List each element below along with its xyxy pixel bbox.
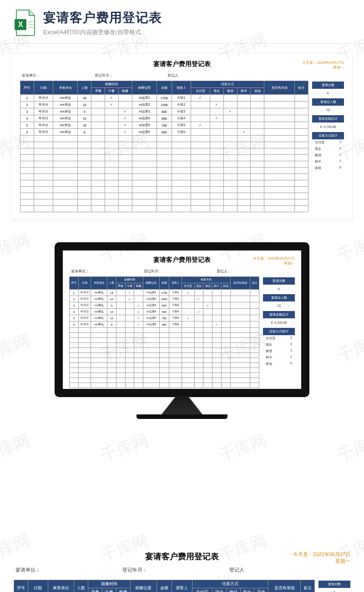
today-info: 今天是：2022年06月27日 星期一	[253, 256, 295, 266]
table-row-empty	[70, 333, 259, 338]
side-stat-row: 其他0	[263, 361, 295, 367]
side-stat-row: 微信1	[263, 348, 295, 354]
th-breakfast: 早餐	[91, 88, 105, 95]
th-host: 请客人	[172, 81, 191, 95]
table-row: 2年月日xxx单位10✓xx位置21500干部2✓	[20, 102, 308, 108]
table-row-empty	[70, 353, 259, 358]
expense-table: 序号 日期 来客单位 人数 就餐时间 就餐位置 金额 请客人 结算方式 是否有单…	[69, 276, 259, 388]
side-count-label: 宴请次数	[318, 581, 350, 588]
side-stats-label: 结算方式统计	[263, 328, 295, 335]
th-breakfast: 早餐	[88, 588, 102, 592]
th-wechat: 微信	[203, 283, 212, 290]
table-row-empty	[20, 187, 308, 193]
meta-recorder: 登记人	[229, 566, 244, 573]
table-row-empty	[70, 383, 259, 388]
th-people: 人数	[78, 81, 91, 95]
table-row: 5年月日xxx单位10✓xx位置5780干部5✓	[20, 122, 308, 129]
table-row-empty	[20, 180, 308, 187]
side-count-value: 6	[263, 285, 295, 293]
th-has-bill: 是否有单据	[264, 81, 295, 95]
th-seq: 序号	[14, 580, 28, 592]
monitor-stand	[162, 396, 202, 414]
th-pay-method: 结算方式	[192, 580, 268, 588]
th-card: 刷卡	[240, 588, 254, 592]
table-row: 4年月日xxx单位15✓xx位置4900干部4✓	[70, 309, 259, 315]
expense-table: 序号 日期 来客单位 人数 就餐时间 就餐位置 金额 请客人 结算方式 是否有单…	[20, 81, 308, 212]
th-remark: 备注	[250, 277, 259, 290]
summary-sidebar: 宴请次数 6 宴请总人数 70 宴请金额总计 ¥ 6,740.00 结算方式统计…	[312, 81, 344, 212]
table-row-empty	[20, 206, 308, 212]
page-title: 宴请客户费用登记表	[43, 9, 162, 26]
table-row-empty	[70, 343, 259, 348]
th-remark: 备注	[300, 580, 314, 592]
table-row-empty	[20, 199, 308, 206]
meta-unit: 宴请单位：	[71, 269, 89, 274]
table-row: 4年月日xxx单位15✓xx位置4900干部4✓	[20, 115, 308, 122]
th-people: 人数	[74, 580, 88, 592]
th-lunch: 午餐	[102, 588, 116, 592]
th-lunch: 午餐	[125, 283, 134, 290]
table-row-empty	[20, 136, 308, 142]
meta-period: 登记年月：	[95, 73, 113, 78]
side-amount-value: ¥ 6,740.00	[263, 318, 295, 327]
side-stat-row: 现金2	[312, 146, 344, 152]
table-row-empty	[70, 373, 259, 378]
today-info: 今天是：2022年06月27日 星期一	[293, 551, 350, 565]
th-dinner: 晚餐	[116, 588, 131, 592]
sheet-title: 宴请客户费用登记表	[20, 60, 344, 68]
table-row-empty	[70, 378, 259, 383]
th-seq: 序号	[20, 81, 34, 95]
th-card: 刷卡	[237, 88, 251, 95]
side-count-value: 6	[312, 89, 344, 97]
table-row-empty	[70, 348, 259, 353]
table-row-empty	[20, 142, 308, 148]
meta-recorder: 登记人	[217, 269, 228, 274]
today-info: 今天是：2022年06月27日 星期一	[302, 60, 344, 70]
table-row: 3年月日xxx单位9✓xx位置3800干部3✓	[70, 302, 259, 309]
th-people: 人数	[107, 277, 116, 290]
table-row-empty	[20, 168, 308, 174]
th-has-bill: 是否有单据	[230, 277, 250, 290]
th-amount: 金额	[159, 277, 169, 290]
th-wechat: 微信	[223, 88, 237, 95]
side-stat-row: 支付宝2	[312, 139, 344, 146]
table-row: 3年月日xxx单位9✓xx位置3800干部3✓	[20, 108, 308, 115]
summary-sidebar: 宴请次数 6 宴请总人数 70 宴请金额总计 ¥ 6,740.00 结算方式统计…	[263, 276, 295, 388]
side-stat-row: 支付宝2	[263, 335, 295, 342]
data-grid: 序号 日期 来客单位 人数 就餐时间 就餐位置 金额 请客人 结算方式 是否有单…	[20, 81, 308, 212]
side-people-label: 宴请总人数	[312, 98, 344, 106]
expense-table: 序号 日期 来客单位 人数 就餐时间 就餐位置 金额 请客人 结算方式 是否有单…	[14, 580, 315, 592]
th-date: 日期	[78, 277, 91, 290]
th-seq: 序号	[70, 277, 79, 290]
table-row-empty	[70, 368, 259, 373]
table-row: 5年月日xxx单位10✓xx位置5780干部5✓	[70, 315, 259, 322]
side-stat-row: 刷卡1	[312, 158, 344, 165]
table-row-empty	[20, 174, 308, 180]
th-pay-method: 结算方式	[191, 81, 264, 88]
side-count-value: 6	[318, 588, 350, 592]
spreadsheet-preview-bottom-crop: 宴请客户费用登记表 今天是：2022年06月27日 星期一 宴请单位： 登记年月…	[0, 551, 364, 592]
meta-period: 登记年月：	[144, 269, 162, 274]
th-breakfast: 早餐	[116, 283, 125, 290]
table-row-empty	[70, 358, 259, 363]
meta-unit: 宴请单位：	[22, 73, 40, 78]
table-row: 1年月日xxx单位18✓xx位置11780干部1✓	[20, 95, 308, 102]
th-guest-unit: 来客单位	[48, 580, 74, 592]
th-lunch: 午餐	[105, 88, 119, 95]
table-row: 1年月日xxx单位18✓xx位置11780干部1✓	[70, 290, 259, 296]
th-date: 日期	[34, 81, 53, 95]
th-dinner: 晚餐	[134, 283, 143, 290]
meta-unit: 宴请单位：	[15, 566, 40, 573]
table-row-empty	[70, 328, 259, 333]
table-row-empty	[20, 161, 308, 168]
side-stats-label: 结算方式统计	[312, 132, 344, 139]
side-stat-row: 微信1	[312, 152, 344, 158]
th-cash: 现金	[194, 283, 203, 290]
th-meal-time: 就餐时间	[91, 81, 132, 88]
page-header: X 宴请客户费用登记表 Excel/A4打印/内容随意修改/自带格式	[0, 0, 364, 41]
summary-sidebar: 宴请次数 6 宴请总人数 70 宴请金额总计 ¥ 6,740.00 结算方式统计…	[318, 580, 350, 592]
th-alipay: 支付宝	[192, 588, 212, 592]
th-amount: 金额	[157, 81, 172, 95]
th-alipay: 支付宝	[191, 88, 210, 95]
th-card: 刷卡	[212, 283, 222, 290]
